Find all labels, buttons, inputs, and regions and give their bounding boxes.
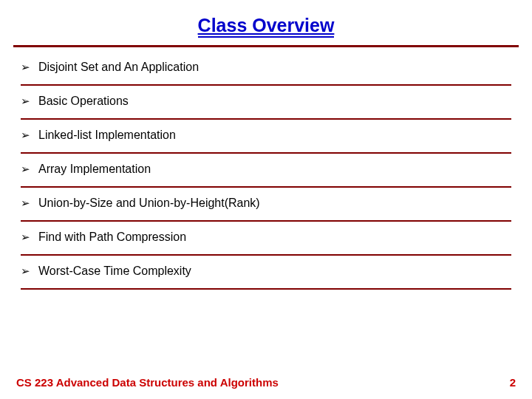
arrow-bullet-icon: ➢ [21, 163, 38, 176]
list-item: ➢ Basic Operations [21, 95, 511, 120]
list-item: ➢ Union-by-Size and Union-by-Height(Rank… [21, 197, 511, 222]
list-item-text: Linked-list Implementation [38, 129, 176, 142]
list-item-text: Basic Operations [38, 95, 129, 108]
list-item-text: Worst-Case Time Complexity [38, 265, 191, 278]
arrow-bullet-icon: ➢ [21, 95, 38, 108]
footer-page-number: 2 [510, 376, 516, 389]
arrow-bullet-icon: ➢ [21, 61, 38, 74]
list-item-text: Union-by-Size and Union-by-Height(Rank) [38, 197, 260, 210]
slide-title: Class Overview [198, 15, 335, 38]
arrow-bullet-icon: ➢ [21, 265, 38, 278]
list-item: ➢ Linked-list Implementation [21, 129, 511, 154]
slide-footer: CS 223 Advanced Data Structures and Algo… [0, 376, 532, 389]
list-item: ➢ Array Implementation [21, 163, 511, 188]
arrow-bullet-icon: ➢ [21, 231, 38, 244]
slide-header: Class Overview [0, 0, 532, 45]
list-item: ➢ Worst-Case Time Complexity [21, 265, 511, 290]
slide-content: ➢ Disjoint Set and An Application ➢ Basi… [0, 47, 532, 290]
arrow-bullet-icon: ➢ [21, 197, 38, 210]
list-item-text: Array Implementation [38, 163, 151, 176]
list-item-text: Find with Path Compression [38, 231, 186, 244]
arrow-bullet-icon: ➢ [21, 129, 38, 142]
footer-course-name: CS 223 Advanced Data Structures and Algo… [16, 376, 279, 389]
list-item: ➢ Find with Path Compression [21, 231, 511, 256]
list-item-text: Disjoint Set and An Application [38, 61, 199, 74]
list-item: ➢ Disjoint Set and An Application [21, 61, 511, 86]
